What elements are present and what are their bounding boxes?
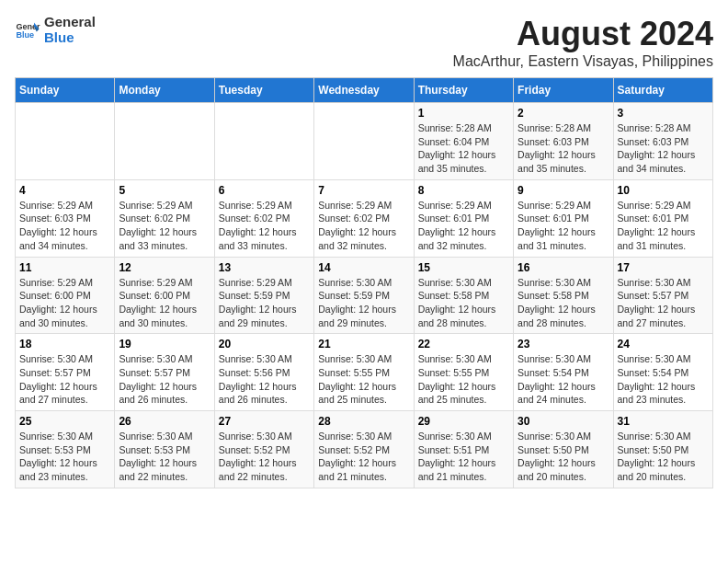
day-info: Sunrise: 5:29 AMSunset: 6:03 PMDaylight:… (19, 199, 110, 253)
calendar-cell: 28Sunrise: 5:30 AMSunset: 5:52 PMDayligh… (314, 411, 414, 488)
day-info: Sunrise: 5:29 AMSunset: 6:00 PMDaylight:… (19, 276, 110, 330)
day-number: 18 (19, 338, 110, 350)
weekday-header: Saturday (613, 78, 712, 103)
calendar-cell: 2Sunrise: 5:28 AMSunset: 6:03 PMDaylight… (514, 103, 613, 180)
calendar-cell: 6Sunrise: 5:29 AMSunset: 6:02 PMDaylight… (214, 179, 313, 257)
calendar-cell (314, 103, 414, 180)
calendar-week-row: 25Sunrise: 5:30 AMSunset: 5:53 PMDayligh… (16, 411, 713, 488)
day-number: 25 (19, 415, 110, 428)
calendar-week-row: 4Sunrise: 5:29 AMSunset: 6:03 PMDaylight… (16, 179, 713, 257)
day-number: 10 (618, 184, 709, 197)
day-info: Sunrise: 5:29 AMSunset: 6:01 PMDaylight:… (418, 199, 509, 253)
calendar-cell: 7Sunrise: 5:29 AMSunset: 6:02 PMDaylight… (314, 179, 414, 257)
calendar-table: SundayMondayTuesdayWednesdayThursdayFrid… (15, 77, 713, 488)
calendar-cell: 25Sunrise: 5:30 AMSunset: 5:53 PMDayligh… (16, 411, 115, 488)
calendar-cell (115, 103, 214, 180)
day-info: Sunrise: 5:29 AMSunset: 6:02 PMDaylight:… (318, 199, 409, 253)
day-info: Sunrise: 5:28 AMSunset: 6:03 PMDaylight:… (518, 121, 609, 176)
calendar-cell: 3Sunrise: 5:28 AMSunset: 6:03 PMDaylight… (613, 103, 712, 180)
day-number: 13 (219, 261, 310, 274)
day-number: 6 (219, 184, 310, 197)
logo-general: General (44, 15, 96, 30)
calendar-cell: 10Sunrise: 5:29 AMSunset: 6:01 PMDayligh… (613, 179, 712, 257)
svg-text:Blue: Blue (16, 30, 34, 40)
day-info: Sunrise: 5:30 AMSunset: 5:53 PMDaylight:… (119, 430, 210, 484)
day-number: 7 (318, 184, 409, 197)
calendar-cell (214, 103, 313, 180)
calendar-week-row: 18Sunrise: 5:30 AMSunset: 5:57 PMDayligh… (16, 334, 713, 411)
day-number: 28 (318, 415, 409, 428)
calendar-cell: 31Sunrise: 5:30 AMSunset: 5:50 PMDayligh… (613, 411, 712, 488)
page-header: General Blue General Blue August 2024 Ma… (15, 15, 713, 70)
calendar-cell: 24Sunrise: 5:30 AMSunset: 5:54 PMDayligh… (613, 334, 712, 411)
day-info: Sunrise: 5:30 AMSunset: 5:51 PMDaylight:… (418, 430, 509, 484)
day-info: Sunrise: 5:30 AMSunset: 5:57 PMDaylight:… (618, 276, 709, 330)
calendar-cell: 4Sunrise: 5:29 AMSunset: 6:03 PMDaylight… (16, 179, 115, 257)
calendar-cell: 23Sunrise: 5:30 AMSunset: 5:54 PMDayligh… (514, 334, 613, 411)
day-info: Sunrise: 5:30 AMSunset: 5:57 PMDaylight:… (19, 352, 110, 407)
day-info: Sunrise: 5:30 AMSunset: 5:55 PMDaylight:… (318, 352, 409, 407)
weekday-header: Monday (115, 78, 214, 103)
day-info: Sunrise: 5:30 AMSunset: 5:57 PMDaylight:… (119, 352, 210, 407)
calendar-cell: 15Sunrise: 5:30 AMSunset: 5:58 PMDayligh… (414, 257, 513, 334)
day-number: 30 (518, 415, 609, 428)
day-info: Sunrise: 5:30 AMSunset: 5:56 PMDaylight:… (219, 352, 310, 407)
calendar-cell: 22Sunrise: 5:30 AMSunset: 5:55 PMDayligh… (414, 334, 513, 411)
day-info: Sunrise: 5:30 AMSunset: 5:54 PMDaylight:… (518, 352, 609, 407)
day-info: Sunrise: 5:30 AMSunset: 5:52 PMDaylight:… (219, 430, 310, 484)
calendar-cell: 29Sunrise: 5:30 AMSunset: 5:51 PMDayligh… (414, 411, 513, 488)
day-info: Sunrise: 5:30 AMSunset: 5:54 PMDaylight:… (618, 352, 709, 407)
calendar-cell: 13Sunrise: 5:29 AMSunset: 5:59 PMDayligh… (214, 257, 313, 334)
day-info: Sunrise: 5:30 AMSunset: 5:59 PMDaylight:… (318, 276, 409, 330)
calendar-cell: 17Sunrise: 5:30 AMSunset: 5:57 PMDayligh… (613, 257, 712, 334)
day-info: Sunrise: 5:29 AMSunset: 6:02 PMDaylight:… (219, 199, 310, 253)
calendar-cell: 5Sunrise: 5:29 AMSunset: 6:02 PMDaylight… (115, 179, 214, 257)
day-number: 15 (418, 261, 509, 274)
day-number: 11 (19, 261, 110, 274)
calendar-cell: 12Sunrise: 5:29 AMSunset: 6:00 PMDayligh… (115, 257, 214, 334)
day-number: 26 (119, 415, 210, 428)
calendar-cell: 27Sunrise: 5:30 AMSunset: 5:52 PMDayligh… (214, 411, 313, 488)
calendar-cell: 16Sunrise: 5:30 AMSunset: 5:58 PMDayligh… (514, 257, 613, 334)
weekday-header: Sunday (16, 78, 115, 103)
day-info: Sunrise: 5:30 AMSunset: 5:58 PMDaylight:… (518, 276, 609, 330)
day-info: Sunrise: 5:30 AMSunset: 5:55 PMDaylight:… (418, 352, 509, 407)
day-number: 2 (518, 107, 609, 120)
day-info: Sunrise: 5:29 AMSunset: 5:59 PMDaylight:… (219, 276, 310, 330)
day-number: 1 (418, 107, 509, 120)
day-number: 24 (618, 338, 709, 350)
logo-icon: General Blue (15, 17, 40, 43)
weekday-header: Friday (514, 78, 613, 103)
day-info: Sunrise: 5:29 AMSunset: 6:01 PMDaylight:… (518, 199, 609, 253)
weekday-header: Tuesday (214, 78, 313, 103)
day-number: 12 (119, 261, 210, 274)
calendar-cell: 26Sunrise: 5:30 AMSunset: 5:53 PMDayligh… (115, 411, 214, 488)
day-info: Sunrise: 5:30 AMSunset: 5:50 PMDaylight:… (518, 430, 609, 484)
day-number: 22 (418, 338, 509, 350)
day-number: 3 (618, 107, 709, 120)
day-number: 5 (119, 184, 210, 197)
calendar-cell: 11Sunrise: 5:29 AMSunset: 6:00 PMDayligh… (16, 257, 115, 334)
day-number: 31 (618, 415, 709, 428)
weekday-header: Thursday (414, 78, 513, 103)
day-info: Sunrise: 5:28 AMSunset: 6:03 PMDaylight:… (618, 121, 709, 176)
day-number: 23 (518, 338, 609, 350)
day-number: 4 (19, 184, 110, 197)
day-info: Sunrise: 5:28 AMSunset: 6:04 PMDaylight:… (418, 121, 509, 176)
weekday-header: Wednesday (314, 78, 414, 103)
title-block: August 2024 MacArthur, Eastern Visayas, … (453, 15, 713, 70)
day-number: 29 (418, 415, 509, 428)
calendar-cell (16, 103, 115, 180)
day-info: Sunrise: 5:30 AMSunset: 5:50 PMDaylight:… (618, 430, 709, 484)
day-info: Sunrise: 5:30 AMSunset: 5:53 PMDaylight:… (19, 430, 110, 484)
day-number: 9 (518, 184, 609, 197)
calendar-cell: 1Sunrise: 5:28 AMSunset: 6:04 PMDaylight… (414, 103, 513, 180)
day-number: 19 (119, 338, 210, 350)
calendar-cell: 9Sunrise: 5:29 AMSunset: 6:01 PMDaylight… (514, 179, 613, 257)
calendar-cell: 14Sunrise: 5:30 AMSunset: 5:59 PMDayligh… (314, 257, 414, 334)
calendar-cell: 21Sunrise: 5:30 AMSunset: 5:55 PMDayligh… (314, 334, 414, 411)
calendar-week-row: 1Sunrise: 5:28 AMSunset: 6:04 PMDaylight… (16, 103, 713, 180)
day-info: Sunrise: 5:30 AMSunset: 5:52 PMDaylight:… (318, 430, 409, 484)
day-number: 20 (219, 338, 310, 350)
day-number: 27 (219, 415, 310, 428)
